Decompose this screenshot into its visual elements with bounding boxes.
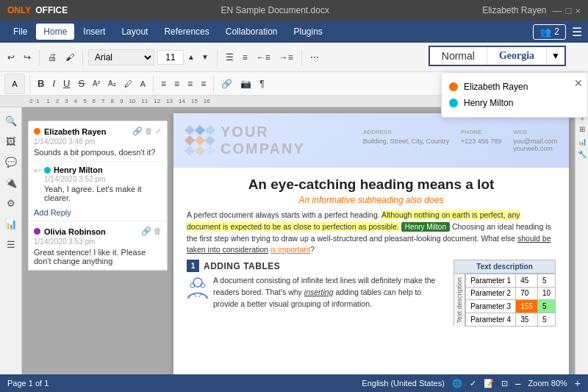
- align-center-btn[interactable]: ≡: [171, 77, 182, 90]
- strikethrough-btn[interactable]: S: [75, 76, 87, 90]
- fit-icon[interactable]: ⊡: [501, 379, 508, 388]
- redo-btn[interactable]: ↪: [21, 51, 34, 64]
- fontcolor-btn[interactable]: A: [137, 78, 148, 90]
- data-table: Parameter 1 45 5 Parameter 2 70 10: [465, 274, 556, 327]
- comment-2-actions[interactable]: 🔗 🗑: [141, 227, 162, 236]
- zoom-minus[interactable]: –: [515, 377, 521, 389]
- undo-btn[interactable]: ↩: [4, 51, 18, 64]
- menu-references[interactable]: References: [157, 24, 216, 40]
- section-1-icon: [187, 275, 209, 304]
- menu-layout[interactable]: Layout: [114, 24, 155, 40]
- title-bar: ONLYOFFICE EN Sample Document.docx Eliza…: [0, 0, 588, 21]
- paragraph-mark-btn[interactable]: ¶: [257, 77, 267, 90]
- sep4: [301, 49, 302, 65]
- window-controls[interactable]: — □ ×: [553, 5, 581, 16]
- table-title: Text description: [453, 260, 556, 274]
- right-sidebar-icon3[interactable]: 🔧: [578, 150, 587, 158]
- user-panel: ✕ Elizabeth Rayen Henry Milton: [441, 72, 588, 118]
- comment-2-link-icon[interactable]: 🔗: [141, 227, 151, 236]
- sidebar-comment[interactable]: 💬: [4, 154, 18, 169]
- insert-img-btn[interactable]: 📷: [237, 77, 254, 90]
- minimize-btn[interactable]: —: [553, 5, 562, 16]
- spell-icon[interactable]: ✓: [470, 379, 476, 388]
- sep2: [82, 49, 83, 65]
- user-dot-1: [449, 82, 458, 91]
- right-sidebar-icon1[interactable]: ⊞: [579, 125, 585, 133]
- ruler-ticks: ·2 ·1 1 2 3 4 5 6 7 8 9 10 11 12 13 14 1…: [28, 98, 216, 104]
- sidebar-image[interactable]: 🖼: [4, 134, 18, 149]
- collab-count[interactable]: 👥 2: [533, 24, 566, 40]
- section-1-num: 1: [187, 260, 199, 272]
- align-justify-btn[interactable]: ≡: [198, 77, 209, 90]
- maximize-btn[interactable]: □: [566, 5, 572, 16]
- style-normal[interactable]: Normal: [430, 47, 487, 65]
- sep5: [29, 76, 30, 92]
- insert-link-btn[interactable]: 🔗: [218, 77, 235, 90]
- sidebar-nav[interactable]: ☰: [4, 237, 18, 252]
- style-chevron[interactable]: ▼: [546, 47, 564, 65]
- comment-1-delete-icon[interactable]: 🗑: [145, 126, 153, 136]
- menu-collaboration[interactable]: Collaboration: [218, 24, 285, 40]
- language: English (United States): [362, 379, 445, 388]
- section-1-text: A document consisting of infinite text l…: [213, 275, 446, 310]
- subscript-btn[interactable]: A₂: [105, 78, 119, 89]
- style-georgia[interactable]: Georgia: [487, 47, 546, 65]
- comment-2-text: Great sentence! I like it. Please don't …: [34, 248, 162, 266]
- menu-overflow[interactable]: ☰: [572, 25, 582, 39]
- page-info: Page 1 of 1: [7, 379, 49, 388]
- styles-panel-btn[interactable]: A: [4, 74, 25, 94]
- italic-btn[interactable]: I: [49, 76, 58, 90]
- table-cell: 5: [537, 313, 555, 326]
- align-right-btn[interactable]: ≡: [184, 77, 196, 90]
- align-left-btn[interactable]: ≡: [158, 77, 169, 90]
- font-size-dec[interactable]: ▼: [198, 51, 212, 63]
- comment-1-author-row: Elizabeth Rayen: [34, 127, 106, 136]
- table-cell-green: 5: [537, 300, 555, 313]
- menu-plugins[interactable]: Plugins: [287, 24, 330, 40]
- user-panel-item-2: Henry Milton: [448, 95, 581, 111]
- underline-btn[interactable]: U: [60, 76, 73, 90]
- sidebar-plugin[interactable]: 🔌: [4, 175, 18, 190]
- more-btn[interactable]: ⋯: [307, 51, 322, 64]
- highlighted-text: Although nothing on earth is perfect, an…: [187, 210, 520, 231]
- language-icon[interactable]: 🌐: [452, 379, 462, 388]
- web-label: WEB: [513, 129, 557, 135]
- font-selector[interactable]: Arial: [88, 49, 154, 65]
- copy-style-btn[interactable]: 🖌: [62, 51, 77, 64]
- track-icon[interactable]: 📝: [484, 379, 494, 388]
- table-cell: Parameter 1: [466, 274, 516, 288]
- status-left: Page 1 of 1: [7, 379, 49, 388]
- bold-btn[interactable]: B: [35, 76, 47, 90]
- sidebar-search[interactable]: 🔍: [4, 113, 18, 128]
- menu-file[interactable]: File: [6, 24, 35, 40]
- comment-2-date: 1/14/2020 3:53 pm: [34, 238, 162, 246]
- close-btn[interactable]: ×: [575, 5, 581, 16]
- outdent-btn[interactable]: ←≡: [254, 51, 273, 64]
- sidebar-settings[interactable]: ⚙: [4, 196, 18, 210]
- sidebar-chart[interactable]: 📊: [4, 216, 18, 231]
- comment-2-delete-icon[interactable]: 🗑: [154, 227, 162, 236]
- add-reply-btn[interactable]: Add Reply: [34, 206, 162, 217]
- print-btn[interactable]: 🖨: [45, 51, 60, 64]
- inserting-text: inserting: [304, 288, 334, 296]
- user-panel-close[interactable]: ✕: [574, 77, 583, 89]
- section-1-left: 1 ADDING TABLES: [187, 260, 446, 327]
- menu-home[interactable]: Home: [36, 24, 74, 40]
- indent-btn[interactable]: →≡: [276, 51, 296, 64]
- font-size-inc[interactable]: ▲: [184, 51, 198, 63]
- superscript-btn[interactable]: A²: [90, 78, 103, 89]
- comment-1-link-icon[interactable]: 🔗: [132, 126, 143, 136]
- menu-insert[interactable]: Insert: [76, 24, 112, 40]
- right-sidebar-icon2[interactable]: 📊: [578, 138, 587, 146]
- list-ul-btn[interactable]: ☰: [223, 51, 237, 64]
- list-ol-btn[interactable]: ≡: [240, 51, 251, 64]
- right-sidebar: ¶ ⊞ 📊 🔧: [575, 107, 588, 374]
- comment-1-actions[interactable]: 🔗 🗑 ✓: [132, 126, 162, 136]
- doc-body: An eye-catching heading means a lot An i…: [173, 168, 569, 332]
- comment-1-resolve-icon[interactable]: ✓: [155, 126, 162, 136]
- zoom-plus[interactable]: +: [575, 377, 581, 389]
- table-cell: 35: [516, 313, 538, 326]
- highlight-btn[interactable]: 🖊: [121, 78, 135, 90]
- font-size-input[interactable]: 11: [157, 50, 184, 65]
- section-1-heading: 1 ADDING TABLES: [187, 260, 446, 272]
